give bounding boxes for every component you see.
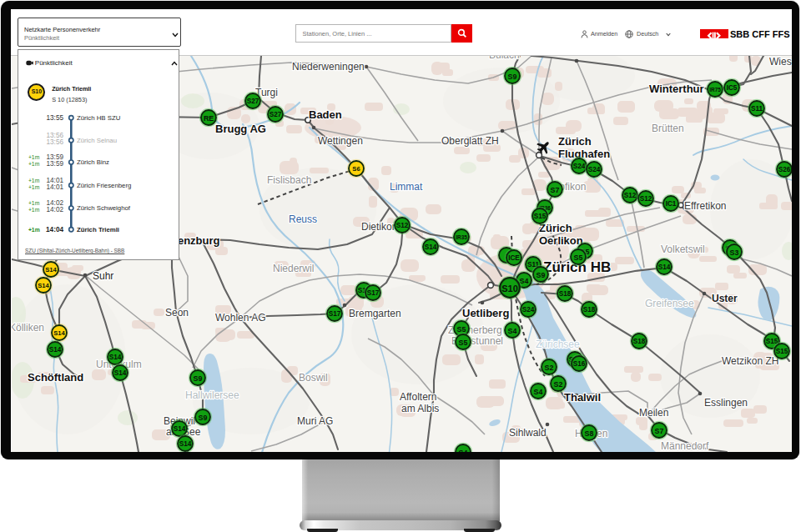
svg-text:S17: S17 xyxy=(329,310,341,318)
svg-text:Oerlikon: Oerlikon xyxy=(539,234,583,247)
svg-text:Winterthur: Winterthur xyxy=(649,83,704,95)
svg-text:Kölliken: Kölliken xyxy=(12,322,44,334)
svg-text:Brugg AG: Brugg AG xyxy=(215,123,266,135)
svg-text:S14: S14 xyxy=(49,346,62,354)
svg-text:+1m: +1m xyxy=(28,227,40,233)
svg-text:Suhr: Suhr xyxy=(93,270,113,282)
svg-text:S5: S5 xyxy=(457,325,466,334)
svg-text:Zürich HB SZU: Zürich HB SZU xyxy=(77,114,121,122)
svg-text:S3: S3 xyxy=(730,248,739,257)
svg-text:S14: S14 xyxy=(425,243,437,251)
svg-text:Zürich Triemli: Zürich Triemli xyxy=(77,226,119,233)
svg-text:Seon: Seon xyxy=(165,307,189,319)
svg-text:S14: S14 xyxy=(45,266,57,274)
svg-text:IC1: IC1 xyxy=(666,200,677,208)
svg-text:S14: S14 xyxy=(38,282,49,289)
svg-text:Limmat: Limmat xyxy=(390,181,423,193)
svg-text:Uetliberg: Uetliberg xyxy=(462,307,509,319)
svg-text:Wetzikon ZH: Wetzikon ZH xyxy=(722,355,778,367)
svg-text:S8: S8 xyxy=(585,429,594,438)
svg-text:S4: S4 xyxy=(508,327,517,335)
svg-text:Muri AG: Muri AG xyxy=(297,415,333,427)
svg-text:Zürich Binz: Zürich Binz xyxy=(77,158,109,166)
svg-text:Greifensee: Greifensee xyxy=(645,298,694,309)
svg-text:Zürich Friesenberg: Zürich Friesenberg xyxy=(77,182,131,189)
svg-text:Fislisbach: Fislisbach xyxy=(267,174,311,186)
svg-text:S14: S14 xyxy=(53,329,65,337)
svg-text:Zürichsee: Zürichsee xyxy=(536,339,580,350)
svg-text:Schöftland: Schöftland xyxy=(28,371,83,384)
svg-text:Boswil: Boswil xyxy=(299,372,328,384)
svg-text:Wohlen AG: Wohlen AG xyxy=(215,312,265,324)
svg-text:ICE: ICE xyxy=(508,254,520,262)
svg-text:+1m: +1m xyxy=(28,184,40,190)
svg-text:Volketswil: Volketswil xyxy=(661,243,705,255)
svg-text:IC5: IC5 xyxy=(727,84,738,92)
svg-text:+1m: +1m xyxy=(28,154,40,160)
svg-text:S27: S27 xyxy=(270,111,282,118)
svg-text:Männedorf: Männedorf xyxy=(661,440,709,452)
svg-text:RE: RE xyxy=(204,114,214,123)
svg-text:13:56: 13:56 xyxy=(47,138,64,146)
svg-text:Sihlwald: Sihlwald xyxy=(509,427,547,439)
svg-text:Effretikon: Effretikon xyxy=(684,200,726,212)
svg-text:13:59: 13:59 xyxy=(47,160,64,168)
svg-text:Wiesend: Wiesend xyxy=(769,56,792,68)
svg-text:S11: S11 xyxy=(751,105,763,113)
svg-text:S14: S14 xyxy=(109,354,122,361)
svg-text:S10: S10 xyxy=(501,284,518,294)
svg-text:S14: S14 xyxy=(174,425,186,433)
svg-text:S12: S12 xyxy=(624,192,637,199)
svg-text:S12: S12 xyxy=(396,222,409,229)
svg-text:S26: S26 xyxy=(778,166,791,173)
svg-text:S7: S7 xyxy=(655,427,664,435)
svg-text:13:55: 13:55 xyxy=(47,114,64,122)
svg-text:S6: S6 xyxy=(352,165,360,173)
svg-text:S2: S2 xyxy=(545,364,554,372)
svg-text:IR35: IR35 xyxy=(456,234,467,240)
svg-text:Wettingen: Wettingen xyxy=(318,135,363,147)
svg-text:Dietikon: Dietikon xyxy=(361,221,397,233)
svg-text:S17: S17 xyxy=(367,289,380,297)
svg-text:14:04: 14:04 xyxy=(46,226,63,233)
svg-text:S4: S4 xyxy=(534,388,543,396)
svg-text:S18: S18 xyxy=(559,290,572,298)
svg-text:+1m: +1m xyxy=(28,200,40,206)
svg-text:S5: S5 xyxy=(574,253,583,262)
svg-text:Niederwil: Niederwil xyxy=(273,263,314,274)
svg-text:S9: S9 xyxy=(537,271,546,279)
svg-text:Uster: Uster xyxy=(712,293,738,304)
svg-text:S18: S18 xyxy=(633,338,646,345)
svg-text:S7: S7 xyxy=(551,186,560,194)
svg-text:Thalwil: Thalwil xyxy=(564,391,601,404)
svg-text:S5: S5 xyxy=(459,339,468,347)
svg-text:S12: S12 xyxy=(640,195,652,203)
svg-text:Reuss: Reuss xyxy=(289,213,317,225)
svg-text:S15: S15 xyxy=(776,348,788,355)
svg-text:Oberglatt ZH: Oberglatt ZH xyxy=(441,135,499,147)
svg-text:Bülach: Bülach xyxy=(489,55,520,61)
svg-text:S15: S15 xyxy=(534,213,547,220)
svg-text:Affoltern: Affoltern xyxy=(400,391,436,403)
svg-text:Brütten: Brütten xyxy=(652,123,684,134)
svg-text:S14: S14 xyxy=(114,369,127,377)
svg-text:S24: S24 xyxy=(588,166,601,173)
svg-text:am Albis: am Albis xyxy=(401,403,439,414)
svg-text:Esslingen: Esslingen xyxy=(704,397,748,409)
svg-text:S2: S2 xyxy=(554,380,563,389)
svg-text:S14: S14 xyxy=(179,440,192,448)
svg-text:S9: S9 xyxy=(194,374,203,383)
svg-text:14:01: 14:01 xyxy=(47,183,64,191)
svg-text:Zürich: Zürich xyxy=(558,135,592,148)
svg-text:S4: S4 xyxy=(459,449,468,453)
svg-text:Bremgarten: Bremgarten xyxy=(349,308,401,319)
svg-text:+1m: +1m xyxy=(28,178,40,183)
svg-text:Hallwilersee: Hallwilersee xyxy=(185,389,239,401)
svg-text:Niederweningen: Niederweningen xyxy=(292,61,365,73)
svg-text:S24: S24 xyxy=(573,163,586,170)
svg-text:+1m: +1m xyxy=(28,207,40,213)
svg-text:14:02: 14:02 xyxy=(47,206,64,213)
svg-text:Zürich Schweighof: Zürich Schweighof xyxy=(77,204,131,212)
svg-text:S27: S27 xyxy=(247,98,259,105)
svg-text:+1m: +1m xyxy=(28,161,40,167)
